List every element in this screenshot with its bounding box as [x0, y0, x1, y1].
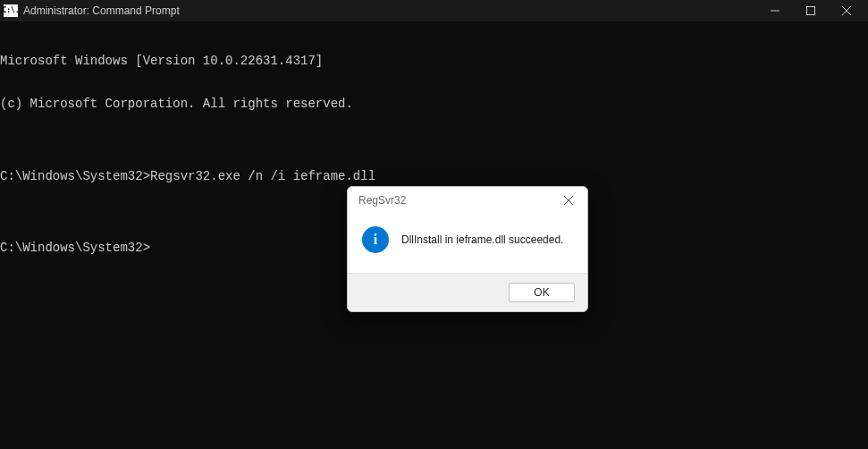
- terminal-line: (c) Microsoft Corporation. All rights re…: [0, 97, 868, 111]
- minimize-button[interactable]: [757, 0, 793, 21]
- dialog-titlebar[interactable]: RegSvr32: [348, 187, 587, 214]
- svg-rect-1: [807, 7, 815, 15]
- info-glyph: i: [374, 232, 377, 248]
- window-controls: [757, 0, 864, 21]
- maximize-icon: [806, 6, 815, 15]
- close-icon: [842, 6, 851, 15]
- window-titlebar: C:\. Administrator: Command Prompt: [0, 0, 868, 21]
- close-button[interactable]: [829, 0, 864, 21]
- app-icon: C:\.: [4, 4, 18, 17]
- info-icon: i: [362, 226, 389, 253]
- terminal-line: C:\Windows\System32>Regsvr32.exe /n /i i…: [0, 169, 868, 183]
- dialog-footer: OK: [348, 273, 587, 311]
- window-title: Administrator: Command Prompt: [23, 4, 180, 17]
- regsvr32-dialog: RegSvr32 i DllInstall in ieframe.dll suc…: [347, 186, 588, 312]
- close-icon: [564, 196, 573, 205]
- terminal-line: Microsoft Windows [Version 10.0.22631.43…: [0, 54, 868, 68]
- dialog-body: i DllInstall in ieframe.dll succeeded.: [348, 214, 587, 273]
- dialog-close-button[interactable]: [555, 189, 582, 212]
- maximize-button[interactable]: [793, 0, 829, 21]
- ok-button[interactable]: OK: [509, 283, 575, 302]
- minimize-icon: [771, 6, 780, 15]
- dialog-message: DllInstall in ieframe.dll succeeded.: [401, 233, 563, 246]
- dialog-title: RegSvr32: [358, 194, 555, 207]
